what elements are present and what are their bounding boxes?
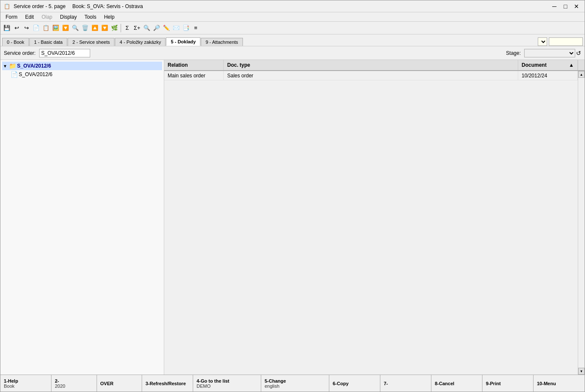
right-panel: Relation Doc. type Document ▲ Main sales… <box>164 60 585 375</box>
status-key-7: 7- <box>384 381 428 386</box>
scroll-up-btn[interactable]: ▲ <box>578 71 585 78</box>
scrollbar-spacer <box>578 60 585 70</box>
toolbar-redo[interactable]: ↪ <box>22 23 31 33</box>
close-button[interactable]: ✕ <box>572 2 581 11</box>
tree-child-0[interactable]: 📄 S_OVA/2012/6 <box>2 70 162 79</box>
tree-child-icon: 📄 <box>11 71 18 78</box>
tree-child-label: S_OVA/2012/6 <box>19 71 52 77</box>
toolbar-copy[interactable]: 📋 <box>41 23 51 33</box>
status-key-4: 4-Go to the list <box>197 378 257 383</box>
minimize-button[interactable]: ─ <box>550 2 559 11</box>
toolbar-new[interactable]: 📄 <box>31 23 41 33</box>
cell-relation-0: Main sales order <box>164 71 224 80</box>
status-cell-6[interactable]: 6-Copy <box>329 375 380 392</box>
tab-dropdowns <box>538 37 583 46</box>
tree-root-icon: 📁 <box>9 62 16 69</box>
status-cell-5[interactable]: 5-Change english <box>261 375 329 392</box>
tab-1[interactable]: 1 - Basic data <box>29 38 67 46</box>
table-row[interactable]: Main sales order Sales order 10/2012/24 <box>164 71 578 80</box>
status-cell-2[interactable]: OVER <box>97 375 143 392</box>
status-key-2: OVER <box>100 381 139 386</box>
status-key-6: 6-Copy <box>333 381 377 386</box>
toolbar-image[interactable]: 🖼️ <box>51 23 60 33</box>
status-val-4: DEMO <box>197 383 257 389</box>
table-content-area: Main sales order Sales order 10/2012/24 … <box>164 71 585 375</box>
toolbar-save[interactable]: 💾 <box>2 23 11 33</box>
cell-doctype-0: Sales order <box>224 71 518 80</box>
toolbar-menu[interactable]: ≡ <box>191 23 200 33</box>
status-cell-1[interactable]: 2- 2020 <box>51 375 97 392</box>
toolbar-search2[interactable]: 🔎 <box>152 23 161 33</box>
status-cell-4[interactable]: 4-Go to the list DEMO <box>193 375 261 392</box>
tree-root-label: S_OVA/2012/6 <box>17 63 51 69</box>
tab-dropdown-select1[interactable] <box>538 37 547 46</box>
window-controls: ─ □ ✕ <box>550 2 581 11</box>
title-bar-book: Book: S_OVA: Servis - Ostrava <box>72 3 143 9</box>
tabs: 0 - Book 1 - Basic data 2 - Service shee… <box>0 34 585 46</box>
toolbar-tree[interactable]: 🌿 <box>110 23 119 33</box>
service-order-value: S_OVA/2012/6 <box>39 49 90 57</box>
menu-display[interactable]: Display <box>57 13 80 21</box>
table-scrollbar: ▲ ▼ <box>578 71 585 375</box>
title-bar-left: 📋 Service order - 5. page Book: S_OVA: S… <box>4 3 143 9</box>
status-cell-0[interactable]: 1-Help Book <box>0 375 51 392</box>
tab-5[interactable]: 5 - Doklady <box>166 37 200 46</box>
tree-chevron: ▼ <box>3 64 8 68</box>
stage-refresh-btn[interactable]: ↺ <box>576 50 581 57</box>
stage-label: Stage: <box>506 50 521 56</box>
menu-help[interactable]: Help <box>100 13 118 21</box>
tab-2[interactable]: 2 - Service sheets <box>68 38 114 46</box>
sort-icon: ▲ <box>569 62 574 68</box>
status-key-8: 8-Cancel <box>435 381 479 386</box>
col-header-relation[interactable]: Relation <box>164 60 224 70</box>
toolbar-filter2[interactable]: 🔍 <box>71 23 80 33</box>
toolbar-sum[interactable]: Σ <box>123 23 132 33</box>
table-header: Relation Doc. type Document ▲ <box>164 60 585 71</box>
col-header-document[interactable]: Document ▲ <box>518 60 578 70</box>
status-cell-10[interactable]: 10-Menu <box>534 375 585 392</box>
toolbar: 💾 ↩ ↪ 📄 📋 🖼️ 🔽 🔍 🗑️ 🔼 🔽 🌿 Σ Σ+ 🔍 🔎 ✏️ ✉️… <box>0 22 585 34</box>
col-header-doctype[interactable]: Doc. type <box>224 60 518 70</box>
tab-dropdown-input[interactable] <box>549 37 583 46</box>
menu-form[interactable]: Form <box>2 13 21 21</box>
stage-dropdown[interactable] <box>524 49 575 57</box>
service-order-row: Service order: S_OVA/2012/6 Stage: ↺ <box>0 46 585 60</box>
main-content: ▼ 📁 S_OVA/2012/6 📄 S_OVA/2012/6 Relation… <box>0 60 585 375</box>
tab-dropdown2 <box>549 37 583 46</box>
status-cell-8[interactable]: 8-Cancel <box>431 375 482 392</box>
toolbar-search[interactable]: 🔍 <box>142 23 151 33</box>
toolbar-report[interactable]: 📑 <box>181 23 191 33</box>
toolbar-up[interactable]: 🔼 <box>90 23 100 33</box>
toolbar-sum2[interactable]: Σ+ <box>132 23 142 33</box>
stage-area: Stage: ↺ <box>506 49 581 57</box>
status-cell-7[interactable]: 7- <box>380 375 431 392</box>
toolbar-sep1 <box>120 24 121 32</box>
status-val-0: Book <box>4 383 48 389</box>
tab-4[interactable]: 4 - Položky zakázky <box>115 38 166 46</box>
menu-tools[interactable]: Tools <box>81 13 100 21</box>
tab-9[interactable]: 9 - Attachments <box>201 38 243 46</box>
title-bar-title: Service order - 5. page <box>14 3 66 9</box>
status-cell-3[interactable]: 3-Refresh/Restore <box>142 375 193 392</box>
status-val-5: english <box>265 383 325 389</box>
status-bar: 1-Help Book 2- 2020 OVER 3-Refresh/Resto… <box>0 375 585 392</box>
stage-select: ↺ <box>524 49 581 57</box>
cell-document-0: 10/2012/24 <box>518 71 578 80</box>
toolbar-undo[interactable]: ↩ <box>12 23 21 33</box>
status-cell-9[interactable]: 9-Print <box>482 375 534 392</box>
status-key-10: 10-Menu <box>537 381 581 386</box>
maximize-button[interactable]: □ <box>561 2 570 11</box>
toolbar-filter[interactable]: 🔽 <box>61 23 70 33</box>
toolbar-delete[interactable]: 🗑️ <box>80 23 90 33</box>
status-key-0: 1-Help <box>4 378 48 383</box>
app-icon: 📋 <box>4 3 10 9</box>
toolbar-email[interactable]: ✉️ <box>171 23 181 33</box>
toolbar-edit[interactable]: ✏️ <box>162 23 171 33</box>
menu-edit[interactable]: Edit <box>22 13 37 21</box>
menu-olap[interactable]: Olap <box>38 13 56 21</box>
tab-0[interactable]: 0 - Book <box>2 38 29 46</box>
scroll-down-btn[interactable]: ▼ <box>578 368 585 375</box>
tab-dropdown1 <box>538 37 547 46</box>
tree-root[interactable]: ▼ 📁 S_OVA/2012/6 <box>2 62 162 70</box>
toolbar-down[interactable]: 🔽 <box>100 23 109 33</box>
